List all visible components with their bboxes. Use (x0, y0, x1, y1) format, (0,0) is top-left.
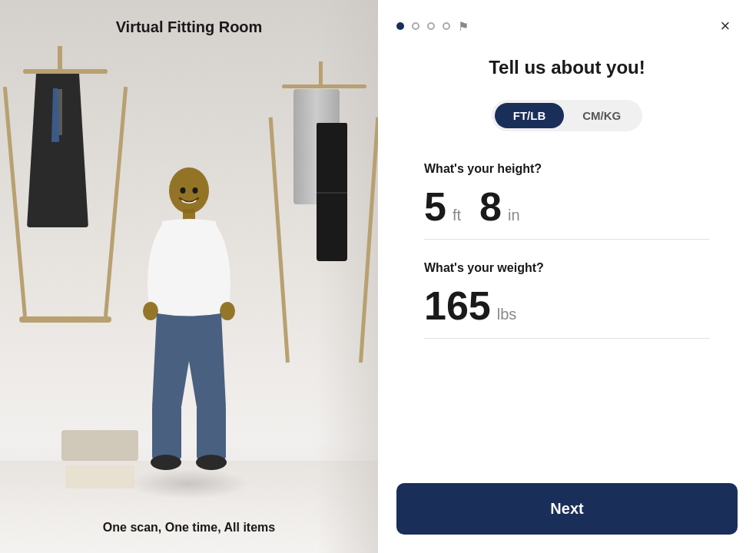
svg-point-9 (193, 187, 198, 194)
unit-ftlb-button[interactable]: FT/LB (495, 103, 565, 128)
form-title: Tell us about you! (424, 57, 710, 78)
shelf-box-top (61, 430, 138, 461)
next-button[interactable]: Next (396, 483, 738, 535)
height-inches-unit: in (508, 207, 520, 224)
height-section: What's your height? 5 ft 8 in (424, 162, 710, 261)
dot-2 (412, 22, 419, 30)
close-button[interactable]: × (713, 14, 738, 38)
form-content: Tell us about you! FT/LB CM/KG What's yo… (378, 49, 756, 483)
shelf-area (61, 430, 138, 492)
right-panel: ⚑ × Tell us about you! FT/LB CM/KG What'… (378, 0, 756, 553)
svg-point-8 (181, 187, 186, 194)
height-feet-unit: ft (453, 207, 461, 224)
left-panel-title: Virtual Fitting Room (116, 18, 263, 36)
height-inches-value: 8 (479, 187, 502, 227)
svg-point-7 (196, 455, 227, 470)
dot-4 (443, 22, 450, 30)
person-figure (135, 161, 243, 492)
weight-unit: lbs (497, 306, 517, 323)
weight-row: 165 lbs (424, 286, 710, 326)
left-panel: Virtual Fitting Room (0, 0, 378, 553)
svg-point-6 (151, 455, 181, 470)
svg-rect-4 (152, 406, 181, 459)
weight-label: What's your weight? (424, 261, 710, 275)
unit-cmkg-button[interactable]: CM/KG (564, 103, 639, 128)
weight-divider (424, 338, 710, 339)
svg-rect-5 (197, 406, 226, 459)
rack-left-base (19, 316, 111, 323)
unit-toggle: FT/LB CM/KG (492, 100, 643, 131)
rack-left-bar (23, 69, 108, 74)
height-feet-value: 5 (424, 187, 446, 227)
dot-1 (396, 22, 404, 30)
rack-right (278, 61, 370, 369)
svg-point-0 (169, 167, 209, 214)
pants-black (317, 123, 347, 261)
height-divider (424, 239, 710, 240)
top-bar: ⚑ × (378, 0, 756, 49)
height-row: 5 ft 8 in (424, 187, 710, 227)
rack-right-bar (282, 84, 366, 88)
dot-3 (427, 22, 435, 30)
pagination-dots: ⚑ (396, 19, 469, 34)
rack-left (15, 46, 115, 323)
svg-point-3 (220, 302, 235, 320)
height-label: What's your height? (424, 162, 710, 176)
svg-point-2 (143, 302, 158, 320)
shelf-box-bottom (65, 465, 134, 488)
left-panel-subtitle: One scan, One time, All items (103, 521, 275, 535)
weight-section: What's your weight? 165 lbs (424, 261, 710, 339)
weight-value: 165 (424, 286, 491, 326)
flag-icon: ⚑ (458, 19, 469, 34)
